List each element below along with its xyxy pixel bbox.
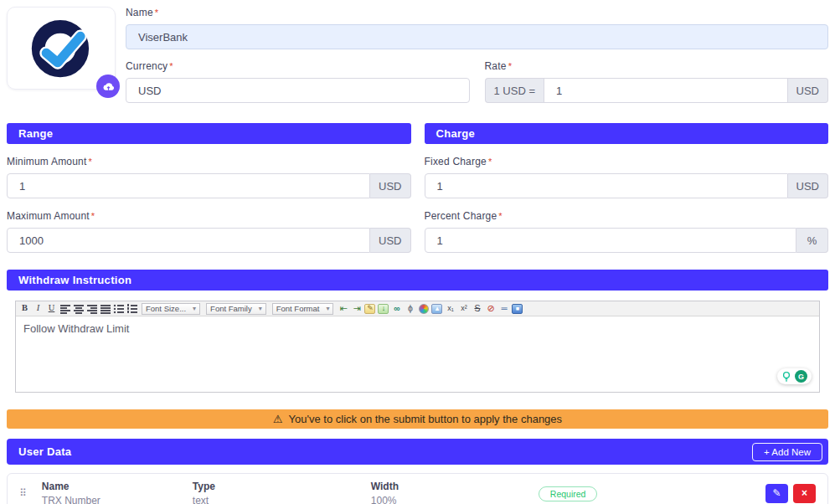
minimum-amount-input[interactable]	[7, 173, 370, 198]
drag-handle-icon[interactable]: ⠿	[19, 487, 27, 499]
minimum-amount-input-group: USD	[7, 173, 411, 198]
remove-format-icon[interactable]: ⊘	[484, 303, 497, 315]
align-right-icon[interactable]	[85, 303, 98, 315]
required-mark: *	[498, 211, 502, 221]
hr-icon[interactable]: ═	[497, 303, 510, 315]
withdraw-instruction-section: Withdraw Instruction B I U Font Size...▾…	[7, 270, 828, 393]
user-data-row: ⠿ Name TRX Number Type text Width 100% R…	[7, 473, 828, 504]
row-actions: ✎ ×	[765, 484, 816, 503]
row-type-value: text	[193, 495, 371, 504]
align-justify-glyph	[100, 303, 111, 314]
name-input[interactable]	[126, 24, 828, 49]
cloud-upload-icon	[102, 81, 114, 91]
percent-charge-input-group: %	[425, 228, 829, 253]
currency-input[interactable]	[126, 78, 470, 103]
currency-label: Currency*	[126, 60, 470, 72]
user-data-header: User Data + Add New	[7, 439, 828, 465]
required-mark: *	[169, 61, 173, 71]
maximum-amount-input[interactable]	[7, 228, 370, 253]
column-header-type: Type	[193, 481, 371, 492]
row-type-cell: Type text	[193, 481, 371, 504]
font-format-select[interactable]: Font Format▾	[272, 303, 334, 315]
column-header-width: Width	[371, 481, 539, 492]
italic-icon[interactable]: I	[32, 303, 44, 315]
rate-label: Rate*	[485, 60, 829, 72]
align-justify-icon[interactable]	[99, 303, 111, 315]
range-section-header: Range	[7, 123, 411, 144]
maximum-amount-group: Maximum Amount* USD	[7, 210, 411, 253]
pencil-icon: ✎	[772, 487, 781, 499]
row-width-cell: Width 100%	[371, 481, 539, 504]
link-icon[interactable]: ∞	[390, 303, 403, 315]
table-glyph: ■	[512, 304, 523, 314]
required-mark: *	[89, 157, 92, 167]
font-size-select[interactable]: Font Size...▾	[142, 303, 200, 315]
delete-button[interactable]: ×	[793, 484, 816, 503]
fixed-charge-input[interactable]	[425, 173, 788, 198]
upload-logo-button[interactable]	[96, 75, 120, 98]
align-right-glyph	[86, 303, 98, 314]
name-label: Name*	[126, 7, 828, 18]
user-data-title: User Data	[18, 445, 71, 458]
grammarly-widget[interactable]: G	[777, 368, 812, 384]
range-charge-row: Range Minimum Amount* USD Maximum Amount…	[7, 123, 828, 253]
underline-icon[interactable]: U	[45, 303, 58, 315]
table-icon[interactable]: ■	[511, 303, 523, 315]
range-section: Range Minimum Amount* USD Maximum Amount…	[7, 123, 411, 253]
chevron-down-icon: ▾	[326, 305, 329, 312]
method-logo-preview	[7, 7, 116, 90]
charge-section-header: Charge	[425, 123, 829, 144]
percent-charge-input[interactable]	[425, 228, 797, 253]
editor-toolbar: B I U Font Size...▾ Font Family▾ Font Fo…	[16, 301, 819, 316]
edit-button[interactable]: ✎	[765, 484, 788, 503]
align-center-icon[interactable]	[72, 303, 85, 315]
instruction-editor-content[interactable]: Follow Withdraw Limit G	[16, 316, 819, 392]
row-name-value: TRX Number	[42, 495, 193, 504]
bgcolor-icon[interactable]: ▴	[430, 303, 443, 315]
currency-rate-row: Currency* Rate* 1 USD = USD	[126, 60, 828, 103]
minimum-amount-label: Minimum Amount*	[7, 156, 411, 167]
align-center-glyph	[73, 303, 85, 314]
align-left-icon[interactable]	[59, 303, 71, 315]
instruction-text: Follow Withdraw Limit	[23, 322, 129, 335]
rate-suffix: USD	[788, 78, 828, 103]
minimum-amount-group: Minimum Amount* USD	[7, 156, 411, 198]
rate-prefix: 1 USD =	[485, 78, 544, 103]
fixed-charge-label: Fixed Charge*	[425, 156, 829, 167]
maximum-amount-input-group: USD	[7, 228, 411, 253]
method-fields: Name* Currency* Rate* 1 USD = USD	[126, 7, 828, 103]
required-mark: *	[91, 211, 95, 221]
rate-input[interactable]	[544, 78, 788, 103]
grammarly-g-icon: G	[795, 370, 807, 383]
row-badge-cell: Required	[539, 486, 765, 501]
subscript-icon[interactable]: x₁	[444, 303, 456, 315]
method-info-section: Name* Currency* Rate* 1 USD = USD	[7, 7, 828, 103]
indent-icon[interactable]: ⇥	[350, 303, 363, 315]
font-family-select[interactable]: Font Family▾	[206, 303, 266, 315]
unlink-icon[interactable]: ϕ	[404, 303, 416, 315]
row-width-value: 100%	[371, 495, 539, 504]
palette-glyph	[419, 304, 429, 314]
unordered-list-icon[interactable]	[112, 303, 125, 315]
charge-section: Charge Fixed Charge* USD Percent Charge*…	[425, 123, 829, 253]
superscript-icon[interactable]: x²	[457, 303, 470, 315]
align-left-glyph	[59, 303, 71, 314]
submit-warning-banner: ⚠ You've to click on the submit button t…	[7, 409, 828, 429]
warning-icon: ⚠	[273, 413, 283, 425]
percent-charge-label: Percent Charge*	[425, 210, 829, 222]
ordered-list-icon[interactable]	[126, 303, 138, 315]
close-icon: ×	[801, 487, 807, 499]
name-field-group: Name*	[126, 7, 828, 49]
add-new-button[interactable]: + Add New	[752, 443, 822, 461]
required-mark: *	[488, 157, 492, 167]
bold-icon[interactable]: B	[18, 303, 31, 315]
withdraw-method-edit-page: Name* Currency* Rate* 1 USD = USD	[0, 0, 835, 504]
fixed-charge-suffix: USD	[788, 173, 828, 198]
forecolor-icon[interactable]	[417, 303, 430, 315]
html-edit-icon[interactable]: ✎	[363, 303, 376, 315]
image-upload-icon[interactable]: ↓	[377, 303, 389, 315]
outdent-icon[interactable]: ⇤	[337, 303, 349, 315]
unordered-list-glyph	[113, 303, 125, 314]
fixed-charge-input-group: USD	[425, 173, 829, 198]
strikethrough-icon[interactable]: S	[471, 303, 483, 315]
